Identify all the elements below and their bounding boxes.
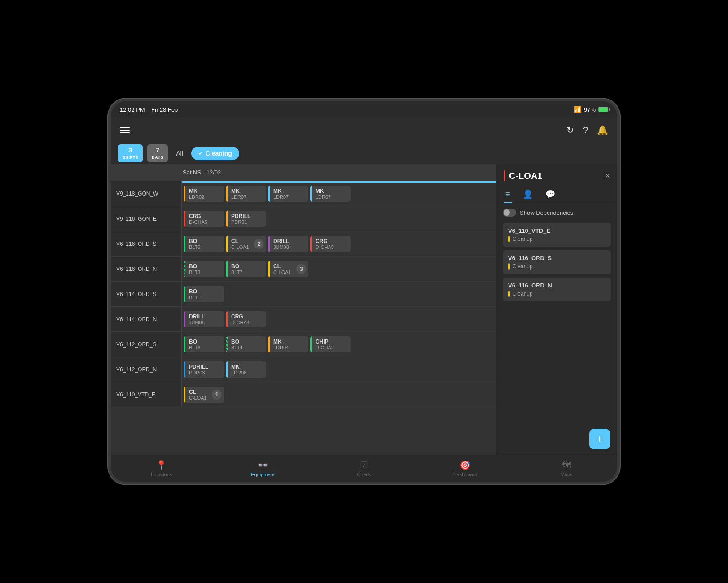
battery-icon [598,107,608,112]
panel-close-button[interactable]: × [605,171,610,181]
task-card[interactable]: BOBLT6 [184,236,224,252]
dep-item[interactable]: V6_110_VTD_ECleanup [503,223,611,247]
task-card[interactable]: CLC-LOA13 [268,261,308,277]
task-card[interactable]: MKLDR04 [268,336,308,352]
nav-check[interactable]: ☑Check [313,457,415,480]
filter-bar: 3 SHIFTS 7 DAYS All ✓ Cleaning [111,143,617,164]
task-card[interactable]: MKLDR07 [268,186,308,202]
list-icon: ≡ [505,190,510,199]
nav-maps[interactable]: 🗺Maps [516,457,617,480]
main-content: Sat NS - 12/02 V9_118_GON_WMKLDR02MKLDR0… [111,164,617,455]
status-right: 📶 97% [574,106,608,113]
task-card[interactable]: PDRILLPDR01 [226,211,266,227]
show-dependencies-row: Show Dependencies [503,209,611,217]
shifts-button[interactable]: 3 SHIFTS [118,144,143,162]
tab-list[interactable]: ≡ [504,186,512,203]
task-card[interactable]: MKLDR07 [226,186,266,202]
schedule-header: Sat NS - 12/02 [111,164,496,181]
status-date-text: Fri 28 Feb [151,106,178,113]
row-cells-row-v9-116-gon-e: CRGD-CHA5PDRILLPDR01 [182,206,496,231]
schedule-body: V9_118_GON_WMKLDR02MKLDR07MKLDR07MKLDR07… [111,181,496,455]
panel-title-text: C-LOA1 [509,171,542,181]
cleaning-label: Cleaning [206,150,232,157]
nav-locations-icon: 📍 [156,460,167,470]
nav-dashboard-icon: 🎯 [460,460,471,470]
task-card[interactable]: CLC-LOA11 [184,387,224,403]
task-card[interactable]: BOBLT3 [184,261,224,277]
battery-percent: 97% [584,106,596,113]
row-label-row-v6-114-ord-n: V6_114_ORD_N [111,307,182,331]
nav-check-icon: ☑ [360,460,368,470]
nav-equipment[interactable]: 👓Equipment [212,457,314,480]
row-cells-row-v6-112-ord-s: BOBLT6BOBLT4MKLDR04CHIPD-CHA2 [182,332,496,357]
task-card[interactable]: MKLDR07 [310,186,351,202]
nav-equipment-label: Equipment [251,472,275,477]
row-label-row-v6-114-ord-s: V6_114_ORD_S [111,282,182,306]
row-label-row-v9-118-gon-w: V9_118_GON_W [111,181,182,206]
panel-header: C-LOA1 × [496,164,617,186]
row-cells-row-v6-116-ord-n: BOBLT3BOBLT7CLC-LOA13 [182,257,496,281]
bottom-nav: 📍Locations👓Equipment☑Check🎯Dashboard🗺Map… [111,455,617,482]
tab-person[interactable]: 👤 [521,186,535,203]
nav-dashboard[interactable]: 🎯Dashboard [415,457,516,480]
nav-maps-label: Maps [561,472,573,477]
nav-dashboard-label: Dashboard [453,472,478,477]
row-cells-row-v6-112-ord-n: PDRILLPDR03MKLDR06 [182,357,496,382]
task-card[interactable]: PDRILLPDR03 [184,361,224,378]
row-cells-row-v6-114-ord-s: BOBLT1 [182,282,496,306]
top-bar-right: ↻ ? 🔔 [566,125,608,135]
dep-item[interactable]: V6_116_ORD_NCleanup [503,278,611,301]
task-card[interactable]: CLC-LOA12 [226,236,266,252]
menu-icon[interactable] [120,127,130,133]
status-time-text: 12:02 PM [120,106,145,113]
row-label-row-v9-116-gon-e: V9_116_GON_E [111,206,182,231]
row-cells-row-v6-110-vtd-e: CLC-LOA11 [182,382,496,407]
nav-locations[interactable]: 📍Locations [111,457,212,480]
row-cells-row-v9-118-gon-w: MKLDR02MKLDR07MKLDR07MKLDR07 [182,181,496,206]
task-card[interactable]: MKLDR06 [226,361,266,378]
wifi-icon: 📶 [574,106,581,113]
all-button[interactable]: All [172,148,187,159]
refresh-icon[interactable]: ↻ [566,125,574,135]
dependencies-list: V6_110_VTD_ECleanupV6_116_ORD_SCleanupV6… [503,223,611,301]
chat-icon: 💬 [545,189,555,199]
top-bar: ↻ ? 🔔 [111,117,617,143]
panel-body: Show Dependencies V6_110_VTD_ECleanupV6_… [496,203,617,423]
row-label-row-v6-112-ord-n: V6_112_ORD_N [111,357,182,382]
task-card[interactable]: DRILLJUM08 [184,311,224,327]
dep-item[interactable]: V6_116_ORD_SCleanup [503,250,611,274]
task-card[interactable]: CRGD-CHA5 [310,236,351,252]
task-card[interactable]: BOBLT4 [226,336,266,352]
schedule-row: V6_116_ORD_NBOBLT3BOBLT7CLC-LOA13 [111,257,496,282]
bell-icon[interactable]: 🔔 [597,125,608,135]
help-icon[interactable]: ? [583,125,588,135]
show-dependencies-label: Show Dependencies [520,209,573,216]
panel-tabs: ≡ 👤 💬 [496,186,617,203]
schedule-row: V6_114_ORD_SBOBLT1 [111,282,496,307]
right-panel: C-LOA1 × ≡ 👤 💬 [496,164,617,455]
row-cells-row-v6-114-ord-n: DRILLJUM08CRGD-CHA4 [182,307,496,331]
task-card[interactable]: CRGD-CHA4 [226,311,266,327]
task-card[interactable]: MKLDR02 [184,186,224,202]
days-label: DAYS [152,155,163,160]
nav-maps-icon: 🗺 [562,460,571,470]
add-button[interactable]: + [589,429,610,449]
person-icon: 👤 [523,189,533,199]
cleaning-button[interactable]: ✓ Cleaning [191,147,239,160]
tab-chat[interactable]: 💬 [544,186,557,203]
task-card[interactable]: BOBLT7 [226,261,266,277]
task-card[interactable]: DRILLJUM08 [268,236,308,252]
dependencies-toggle[interactable] [503,209,516,217]
task-card[interactable]: CRGD-CHA5 [184,211,224,227]
status-bar: 12:02 PM Fri 28 Feb 📶 97% [111,101,617,117]
schedule-row: V6_112_ORD_SBOBLT6BOBLT4MKLDR04CHIPD-CHA… [111,332,496,357]
schedule-row: V6_110_VTD_ECLC-LOA11 [111,382,496,407]
task-card[interactable]: CHIPD-CHA2 [310,336,351,352]
nav-check-label: Check [357,472,371,477]
task-card[interactable]: BOBLT6 [184,336,224,352]
nav-locations-label: Locations [151,472,172,477]
nav-equipment-icon: 👓 [257,460,268,470]
schedule-row: V6_114_ORD_NDRILLJUM08CRGD-CHA4 [111,307,496,332]
days-button[interactable]: 7 DAYS [147,144,168,162]
task-card[interactable]: BOBLT1 [184,286,224,302]
